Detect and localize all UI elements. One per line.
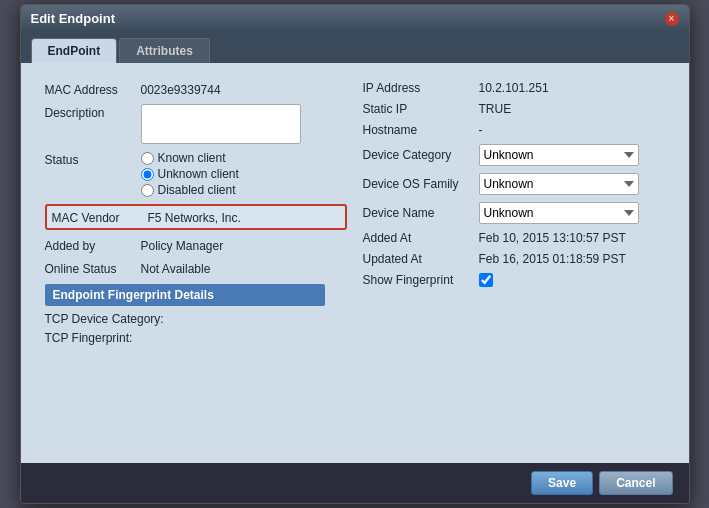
mac-vendor-value: F5 Networks, Inc. [148, 209, 241, 225]
right-column: IP Address 10.2.101.251 Static IP TRUE H… [355, 77, 673, 354]
mac-vendor-row: MAC Vendor F5 Networks, Inc. [45, 204, 347, 230]
known-client-radio[interactable] [141, 152, 154, 165]
device-name-row: Device Name Unknown [363, 202, 665, 224]
show-fingerprint-row: Show Fingerprint [363, 273, 665, 287]
added-by-label: Added by [45, 237, 135, 253]
tcp-fingerprint-label: TCP Fingerprint: [45, 331, 185, 345]
tab-bar: EndPoint Attributes [21, 32, 689, 63]
show-fingerprint-checkbox[interactable] [479, 273, 493, 287]
tab-attributes[interactable]: Attributes [119, 38, 210, 63]
device-os-label: Device OS Family [363, 177, 473, 191]
dialog-title-bar: Edit Endpoint × [21, 5, 689, 32]
static-ip-row: Static IP TRUE [363, 102, 665, 116]
added-by-value: Policy Manager [141, 237, 224, 253]
updated-at-row: Updated At Feb 16, 2015 01:18:59 PST [363, 252, 665, 266]
show-fingerprint-label: Show Fingerprint [363, 273, 473, 287]
static-ip-label: Static IP [363, 102, 473, 116]
mac-vendor-label: MAC Vendor [52, 209, 142, 225]
device-category-label: Device Category [363, 148, 473, 162]
ip-address-row: IP Address 10.2.101.251 [363, 81, 665, 95]
online-status-label: Online Status [45, 260, 135, 276]
fingerprint-section-header: Endpoint Fingerprint Details [45, 284, 325, 306]
unknown-client-radio[interactable] [141, 168, 154, 181]
dialog-title: Edit Endpoint [31, 11, 115, 26]
added-at-value: Feb 10, 2015 13:10:57 PST [479, 231, 626, 245]
unknown-client-option[interactable]: Unknown client [141, 167, 239, 181]
tcp-category-row: TCP Device Category: [45, 312, 347, 326]
edit-endpoint-dialog: Edit Endpoint × EndPoint Attributes MAC … [20, 4, 690, 504]
left-column: MAC Address 0023e9339744 Description Sta… [37, 77, 355, 354]
status-label: Status [45, 151, 135, 167]
unknown-client-label: Unknown client [158, 167, 239, 181]
device-category-row: Device Category Unknown [363, 144, 665, 166]
device-name-select[interactable]: Unknown [479, 202, 639, 224]
ip-address-value: 10.2.101.251 [479, 81, 549, 95]
device-os-row: Device OS Family Unknown [363, 173, 665, 195]
tcp-category-label: TCP Device Category: [45, 312, 185, 326]
button-bar: Save Cancel [21, 463, 689, 503]
close-button[interactable]: × [665, 12, 679, 26]
save-button[interactable]: Save [531, 471, 593, 495]
mac-address-label: MAC Address [45, 81, 135, 97]
device-category-select[interactable]: Unknown [479, 144, 639, 166]
disabled-client-label: Disabled client [158, 183, 236, 197]
added-by-row: Added by Policy Manager [45, 237, 347, 253]
added-at-label: Added At [363, 231, 473, 245]
status-radio-group: Known client Unknown client Disabled cli… [141, 151, 239, 197]
device-os-select[interactable]: Unknown [479, 173, 639, 195]
tcp-fingerprint-row: TCP Fingerprint: [45, 331, 347, 345]
hostname-value: - [479, 123, 483, 137]
mac-address-row: MAC Address 0023e9339744 [45, 81, 347, 97]
ip-address-label: IP Address [363, 81, 473, 95]
disabled-client-radio[interactable] [141, 184, 154, 197]
form-grid: MAC Address 0023e9339744 Description Sta… [37, 77, 673, 354]
updated-at-value: Feb 16, 2015 01:18:59 PST [479, 252, 626, 266]
status-row: Status Known client Unknown client Di [45, 151, 347, 197]
online-status-value: Not Available [141, 260, 211, 276]
online-status-row: Online Status Not Available [45, 260, 347, 276]
added-at-row: Added At Feb 10, 2015 13:10:57 PST [363, 231, 665, 245]
updated-at-label: Updated At [363, 252, 473, 266]
known-client-label: Known client [158, 151, 226, 165]
static-ip-value: TRUE [479, 102, 512, 116]
description-input[interactable] [141, 104, 301, 144]
tab-endpoint[interactable]: EndPoint [31, 38, 118, 63]
known-client-option[interactable]: Known client [141, 151, 239, 165]
hostname-label: Hostname [363, 123, 473, 137]
description-row: Description [45, 104, 347, 144]
hostname-row: Hostname - [363, 123, 665, 137]
disabled-client-option[interactable]: Disabled client [141, 183, 239, 197]
dialog-body: MAC Address 0023e9339744 Description Sta… [21, 63, 689, 463]
mac-address-value: 0023e9339744 [141, 81, 221, 97]
cancel-button[interactable]: Cancel [599, 471, 672, 495]
device-name-label: Device Name [363, 206, 473, 220]
description-label: Description [45, 104, 135, 120]
